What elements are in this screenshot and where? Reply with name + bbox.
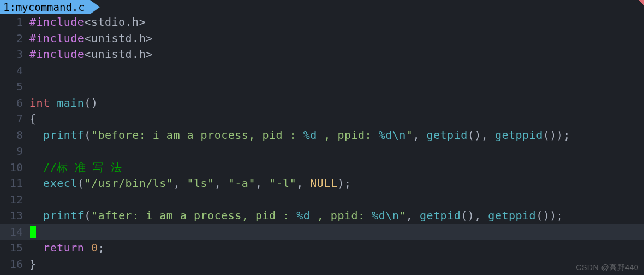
code-line[interactable]: 16 } bbox=[0, 256, 644, 273]
code-line[interactable]: 13 printf("after: i am a process, pid : … bbox=[0, 208, 644, 224]
tab-filename: mycommand.c bbox=[16, 0, 85, 14]
code-content: #include<unistd.h> bbox=[26, 31, 153, 47]
code-content: execl("/usr/bin/ls", "ls", "-a", "-l", N… bbox=[26, 175, 351, 192]
code-content bbox=[26, 63, 29, 79]
line-number: 5 bbox=[0, 79, 26, 95]
tab-separator: : bbox=[9, 0, 15, 14]
code-content: #include<unistd.h> bbox=[26, 46, 153, 63]
line-number: 10 bbox=[0, 160, 26, 176]
code-line[interactable]: 15 return 0; bbox=[0, 240, 644, 256]
cursor-icon bbox=[30, 226, 36, 238]
code-line[interactable]: 9 bbox=[0, 143, 644, 160]
code-content: printf("after: i am a process, pid : %d … bbox=[26, 208, 563, 224]
line-number: 7 bbox=[0, 111, 26, 127]
code-line[interactable]: 10 //标 准 写 法 bbox=[0, 160, 644, 176]
code-content bbox=[26, 192, 29, 208]
code-content: printf("before: i am a process, pid : %d… bbox=[26, 127, 570, 144]
line-number: 4 bbox=[0, 63, 26, 79]
code-line[interactable]: 1 #include<stdio.h> bbox=[0, 14, 644, 31]
code-content bbox=[26, 143, 29, 160]
line-number: 11 bbox=[0, 175, 26, 192]
code-content: //标 准 写 法 bbox=[26, 160, 122, 176]
line-number: 8 bbox=[0, 127, 26, 144]
error-marker-icon bbox=[639, 0, 644, 5]
code-content: #include<stdio.h> bbox=[26, 14, 146, 31]
code-line[interactable]: 8 printf("before: i am a process, pid : … bbox=[0, 127, 644, 144]
line-number: 1 bbox=[0, 14, 26, 31]
code-line[interactable]: 2 #include<unistd.h> bbox=[0, 31, 644, 47]
line-number: 16 bbox=[0, 256, 26, 273]
code-line[interactable]: 6 int main() bbox=[0, 95, 644, 112]
tab-bar: 1: mycommand.c bbox=[0, 0, 644, 14]
tab-active[interactable]: 1: mycommand.c bbox=[0, 0, 90, 14]
code-line[interactable]: 4 bbox=[0, 63, 644, 79]
tab-index: 1 bbox=[3, 0, 9, 14]
line-number: 9 bbox=[0, 143, 26, 160]
code-area[interactable]: 1 #include<stdio.h> 2 #include<unistd.h>… bbox=[0, 14, 644, 272]
line-number: 14 bbox=[0, 224, 26, 241]
watermark-label: CSDN @高野440 bbox=[576, 263, 639, 273]
code-editor[interactable]: 1: mycommand.c 1 #include<stdio.h> 2 #in… bbox=[0, 0, 644, 275]
code-content: return 0; bbox=[26, 240, 105, 256]
line-number: 12 bbox=[0, 192, 26, 208]
code-line[interactable]: 11 execl("/usr/bin/ls", "ls", "-a", "-l"… bbox=[0, 175, 644, 192]
code-line[interactable]: 7 { bbox=[0, 111, 644, 127]
code-line[interactable]: 3 #include<unistd.h> bbox=[0, 46, 644, 63]
code-content: { bbox=[26, 111, 37, 127]
code-content: int main() bbox=[26, 95, 98, 112]
code-content bbox=[26, 224, 36, 241]
code-line[interactable]: 5 bbox=[0, 79, 644, 95]
line-number: 6 bbox=[0, 95, 26, 112]
line-number: 2 bbox=[0, 31, 26, 47]
line-number: 13 bbox=[0, 208, 26, 224]
code-content: } bbox=[26, 256, 37, 273]
code-line-current[interactable]: 14 bbox=[0, 224, 644, 241]
code-line[interactable]: 12 bbox=[0, 192, 644, 208]
line-number: 15 bbox=[0, 240, 26, 256]
code-content bbox=[26, 79, 29, 95]
line-number: 3 bbox=[0, 46, 26, 63]
